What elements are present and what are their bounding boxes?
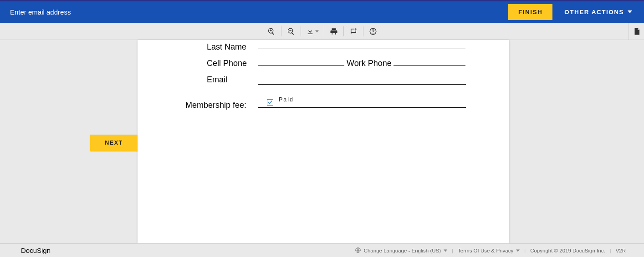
language-label: Change Language - English (US) (364, 248, 441, 253)
document-toolbar (0, 23, 644, 40)
thumbnails-button[interactable] (629, 23, 644, 40)
paid-label: Paid (279, 96, 294, 103)
email-input[interactable] (258, 76, 466, 85)
print-button[interactable] (326, 25, 342, 38)
footer-separator: | (452, 248, 453, 253)
next-button[interactable]: NEXT (90, 135, 138, 151)
download-button[interactable] (303, 25, 322, 38)
membership-fee-label: Membership fee: (185, 101, 246, 110)
document-page: Last Name Cell Phone Work Phone Email Me… (138, 40, 509, 243)
email-label: Email (207, 75, 227, 85)
chevron-down-icon (628, 9, 632, 15)
work-phone-label: Work Phone (347, 59, 392, 68)
document-area: Last Name Cell Phone Work Phone Email Me… (0, 40, 644, 243)
terms-label: Terms Of Use & Privacy (458, 248, 513, 253)
help-button[interactable] (365, 25, 381, 38)
footer: DocuSign Change Language - English (US) … (0, 243, 644, 257)
globe-icon (355, 247, 361, 254)
cell-phone-input[interactable] (258, 57, 344, 66)
paid-checkbox[interactable] (267, 99, 273, 106)
chevron-down-icon (444, 248, 447, 253)
copyright-text: Copyright © 2019 DocuSign Inc. (530, 248, 605, 253)
last-name-label: Last Name (207, 42, 246, 52)
zoom-in-button[interactable] (264, 25, 279, 38)
toolbar-center (264, 25, 381, 38)
svg-marker-1 (315, 30, 319, 33)
toolbar-separator (343, 26, 344, 36)
topbar-hint: Enter email address (10, 8, 71, 16)
language-selector[interactable]: Change Language - English (US) (355, 247, 447, 254)
terms-link[interactable]: Terms Of Use & Privacy (458, 248, 520, 253)
other-actions-menu[interactable]: OTHER ACTIONS (564, 9, 634, 15)
work-phone-input[interactable] (394, 57, 465, 66)
footer-separator: | (610, 248, 611, 253)
toolbar-separator (301, 26, 301, 36)
last-name-input[interactable] (258, 40, 465, 49)
footer-separator: | (524, 248, 526, 253)
cell-phone-label: Cell Phone (207, 59, 247, 68)
comment-button[interactable] (346, 25, 361, 38)
toolbar-separator (281, 26, 281, 36)
toolbar-separator (363, 26, 363, 36)
other-actions-label: OTHER ACTIONS (564, 9, 624, 15)
svg-marker-4 (516, 249, 520, 252)
brand-logo: DocuSign (21, 247, 51, 254)
topbar: Enter email address FINISH OTHER ACTIONS (0, 0, 644, 23)
svg-marker-3 (444, 249, 447, 252)
version-text: V2R (616, 248, 626, 253)
topbar-right: FINISH OTHER ACTIONS (508, 4, 634, 20)
footer-right: Change Language - English (US) | Terms O… (355, 247, 626, 254)
finish-button[interactable]: FINISH (508, 4, 552, 20)
zoom-out-button[interactable] (283, 25, 299, 38)
chevron-down-icon (516, 248, 520, 253)
svg-marker-0 (628, 10, 632, 13)
toolbar-separator (324, 26, 324, 36)
